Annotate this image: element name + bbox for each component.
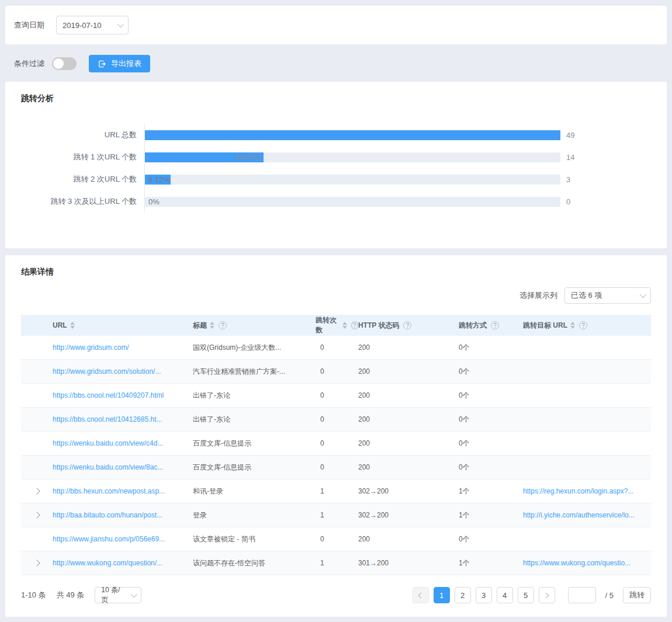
title-cell: 国双(Gridsum)-企业级大数... — [193, 343, 316, 353]
table-row: https://bbs.cnool.net/10412685.ht...出错了-… — [21, 408, 651, 432]
bar-percent-label: 28.57% — [235, 153, 261, 162]
column-header-label: 跳转次数 — [316, 315, 340, 335]
jump-count-cell: 0 — [316, 367, 358, 376]
next-page-button[interactable] — [539, 587, 555, 603]
url-link[interactable]: https://bbs.cnool.net/10409207.html — [53, 391, 193, 399]
table-footer: 1-10 条 共 49 条 10 条/页 12345 / 5 跳转 — [21, 587, 651, 603]
expand-row-icon[interactable] — [33, 488, 40, 494]
sort-icon[interactable] — [210, 322, 214, 329]
chevron-down-icon — [117, 21, 124, 27]
http-status-cell: 200 — [358, 367, 459, 376]
chart-category-label: 跳转 3 次及以上URL 个数 — [21, 190, 144, 213]
column-header-label: 标题 — [193, 321, 207, 331]
chart-bar-track: 6.12% — [144, 168, 560, 190]
table-row: http://baa.bitauto.com/hunan/post...登录13… — [21, 503, 651, 527]
target-url-link[interactable]: https://reg.hexun.com/login.aspx?... — [523, 487, 651, 495]
help-icon[interactable]: ? — [351, 321, 358, 329]
column-header-2: 标题? — [193, 321, 316, 331]
results-panel: 结果详情 选择展示列 已选 6 项 URL标题?跳转次数?HTTP 状态码?跳转… — [5, 255, 667, 617]
http-status-cell: 200 — [358, 463, 459, 471]
expand-row-icon[interactable] — [33, 560, 40, 566]
page-button-5[interactable]: 5 — [518, 587, 534, 603]
title-cell: 汽车行业精准营销推广方案-... — [193, 367, 316, 377]
jump-count-cell: 1 — [316, 487, 358, 495]
page-buttons: 12345 — [434, 587, 534, 603]
expand-cell — [21, 561, 53, 565]
page-button-1[interactable]: 1 — [434, 587, 450, 603]
chart-bar-track: 28.57% — [144, 146, 560, 168]
chart-bar-row: URL 总数49 — [21, 124, 651, 146]
page-jump-button[interactable]: 跳转 — [623, 587, 651, 603]
condition-filter-label: 条件过滤 — [14, 58, 44, 69]
jump-method-cell: 1个 — [459, 487, 523, 496]
url-link[interactable]: https://www.jianshu.com/p/056e69... — [53, 535, 193, 543]
sort-icon[interactable] — [342, 322, 347, 329]
page-button-2[interactable]: 2 — [455, 587, 471, 603]
page-button-4[interactable]: 4 — [497, 587, 513, 603]
help-icon[interactable]: ? — [403, 321, 411, 329]
column-header-1: URL — [53, 321, 193, 329]
results-title: 结果详情 — [21, 267, 651, 277]
url-link[interactable]: http://baa.bitauto.com/hunan/post... — [53, 511, 193, 519]
jump-method-cell: 0个 — [459, 439, 523, 449]
total-text: 共 49 条 — [57, 590, 85, 600]
column-header-label: 跳转方式 — [459, 321, 487, 331]
column-header-label: URL — [53, 321, 67, 329]
chevron-down-icon — [130, 591, 137, 597]
sort-icon[interactable] — [570, 322, 575, 329]
query-date-select[interactable]: 2019-07-10 — [56, 16, 129, 34]
target-url-link[interactable]: https://www.wukong.com/questio... — [523, 559, 651, 567]
chart-bar-row: 跳转 1 次URL 个数28.57%14 — [21, 146, 651, 168]
url-link[interactable]: https://wenku.baidu.com/view/c4d... — [53, 439, 193, 447]
chart-category-label: 跳转 2 次URL 个数 — [21, 168, 144, 190]
http-status-cell: 200 — [358, 415, 459, 423]
target-url-link[interactable]: http://i.yiche.com/authenservice/lo... — [523, 511, 651, 519]
export-report-button[interactable]: 导出报表 — [89, 55, 150, 72]
chevron-left-icon — [418, 592, 424, 598]
help-icon[interactable]: ? — [219, 321, 227, 329]
jump-method-cell: 1个 — [459, 510, 523, 520]
chart-bar-track — [144, 124, 560, 146]
page-jump-input[interactable] — [568, 587, 596, 603]
url-link[interactable]: http://www.gridsum.com/ — [53, 343, 193, 352]
title-cell: 出错了-东论 — [193, 391, 316, 401]
help-icon[interactable]: ? — [579, 321, 587, 329]
jump-count-cell: 0 — [316, 415, 358, 423]
condition-filter-toggle[interactable] — [52, 57, 77, 70]
total-pages-text: / 5 — [605, 591, 614, 600]
table-row: https://bbs.cnool.net/10409207.html出错了-东… — [21, 384, 651, 408]
jump-method-cell: 0个 — [459, 415, 523, 425]
title-cell: 出错了-东论 — [193, 415, 316, 425]
jump-method-cell: 0个 — [459, 534, 523, 544]
column-header-6: 跳转目标 URL? — [523, 321, 651, 331]
jump-method-cell: 1个 — [459, 558, 523, 568]
chart-bar-row: 跳转 3 次及以上URL 个数0%0 — [21, 190, 651, 213]
page-size-value: 10 条/页 — [101, 585, 126, 605]
chart-bar-value: 14 — [566, 146, 574, 168]
http-status-cell: 302→200 — [358, 487, 459, 495]
jump-count-cell: 0 — [316, 535, 358, 543]
chart-bar-value: 0 — [566, 190, 570, 213]
chart-bar-row: 跳转 2 次URL 个数6.12%3 — [21, 168, 651, 190]
column-header-3: 跳转次数? — [316, 315, 358, 335]
column-select-row: 选择展示列 已选 6 项 — [21, 287, 651, 304]
url-link[interactable]: http://bbs.hexun.com/newpost.asp... — [53, 487, 193, 495]
url-link[interactable]: https://bbs.cnool.net/10412685.ht... — [53, 415, 193, 423]
title-cell: 百度文库-信息提示 — [193, 463, 316, 472]
jump-count-cell: 1 — [316, 559, 358, 567]
toggle-knob — [53, 58, 64, 69]
sort-icon[interactable] — [70, 322, 75, 329]
export-icon — [98, 60, 106, 68]
help-icon[interactable]: ? — [491, 321, 499, 329]
url-link[interactable]: https://wenku.baidu.com/view/8ac... — [53, 463, 193, 471]
page-size-select[interactable]: 10 条/页 — [95, 587, 141, 603]
jump-method-cell: 0个 — [459, 343, 523, 353]
url-link[interactable]: http://www.wukong.com/question/... — [53, 559, 193, 567]
expand-row-icon[interactable] — [33, 512, 40, 518]
page-button-3[interactable]: 3 — [476, 587, 492, 603]
column-select-dropdown[interactable]: 已选 6 项 — [564, 287, 651, 304]
http-status-cell: 200 — [358, 343, 459, 352]
url-link[interactable]: http://www.gridsum.com/solution/... — [53, 367, 193, 376]
prev-page-button[interactable] — [413, 587, 429, 603]
bar-percent-label: 0% — [148, 197, 160, 206]
